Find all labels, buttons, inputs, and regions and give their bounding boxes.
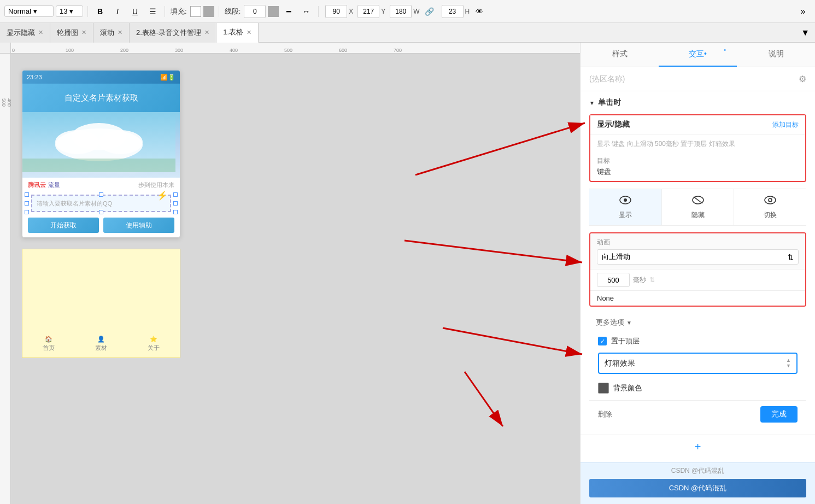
canvas-main[interactable]: 23:23 📶🔋 自定义名片素材获取 bbox=[11, 54, 580, 504]
tab-2-close[interactable]: ✕ bbox=[118, 29, 122, 36]
more-options[interactable]: 更多选项 ▼ bbox=[589, 313, 806, 332]
brand-blue: 流量 bbox=[48, 181, 60, 189]
lightbox-arrows[interactable]: ▲ ▼ bbox=[786, 358, 791, 368]
tab-3-close[interactable]: ✕ bbox=[204, 29, 209, 36]
tab-0[interactable]: 显示隐藏 ✕ bbox=[0, 23, 50, 43]
more-icon: » bbox=[801, 7, 806, 16]
animation-none-option[interactable]: None bbox=[590, 290, 805, 306]
ruler-300: 300 bbox=[175, 48, 183, 53]
main-layout: 0 100 200 300 400 500 600 700 200 300 40… bbox=[0, 43, 815, 504]
duration-unit: 毫秒 bbox=[633, 276, 646, 285]
person-label: 素材 bbox=[95, 344, 107, 352]
line-label: 线段: bbox=[225, 7, 241, 16]
phone-cloud-image bbox=[22, 112, 180, 178]
input-selection-area[interactable]: 请输入要获取名片素材的QQ ⚡ bbox=[27, 195, 175, 212]
animation-label: 动画 bbox=[597, 238, 799, 247]
tab-notes[interactable]: 说明 bbox=[737, 43, 815, 67]
italic-button[interactable]: I bbox=[110, 4, 125, 19]
tabs-bar: 显示隐藏 ✕ 轮播图 ✕ 滚动 ✕ 2.表格-录音文件管理 ✕ 1.表格 ✕ ▼ bbox=[0, 23, 815, 43]
duration-input[interactable] bbox=[597, 273, 630, 287]
font-size-select[interactable]: 13 ▾ bbox=[56, 5, 83, 17]
toplayer-checkbox[interactable]: ✓ bbox=[598, 337, 607, 345]
add-row[interactable]: + bbox=[581, 435, 815, 459]
use-button[interactable]: 使用辅助 bbox=[103, 218, 174, 233]
lightbox-up-icon: ▲ bbox=[786, 358, 791, 363]
y-input[interactable] bbox=[357, 5, 379, 18]
handle-tm[interactable] bbox=[99, 192, 103, 197]
handle-bm[interactable] bbox=[99, 210, 103, 214]
tab-2[interactable]: 滚动 ✕ bbox=[93, 23, 130, 43]
settings-icon[interactable]: ⚙ bbox=[799, 74, 806, 84]
fill-color-swatch[interactable] bbox=[190, 6, 201, 17]
animation-duration: 毫秒 ⇅ bbox=[590, 269, 805, 290]
tab-4-close[interactable]: ✕ bbox=[247, 29, 251, 36]
complete-button[interactable]: 完成 bbox=[760, 406, 798, 423]
handle-bl[interactable] bbox=[25, 210, 29, 214]
show-hide-box: 显示/隐藏 添加目标 显示 键盘 向上滑动 500毫秒 置于顶层 灯箱效果 目标… bbox=[589, 114, 806, 182]
tab-1-close[interactable]: ✕ bbox=[81, 29, 86, 36]
tab-3[interactable]: 2.表格-录音文件管理 ✕ bbox=[130, 23, 216, 43]
sticky-icon-star: ⭐ 关于 bbox=[148, 336, 160, 352]
tab-dropdown[interactable]: ▼ bbox=[795, 28, 815, 38]
action-row: 删除 完成 bbox=[589, 400, 806, 428]
star-label: 关于 bbox=[148, 344, 160, 352]
toggle-action[interactable]: 切换 bbox=[734, 189, 806, 225]
watermark-button[interactable]: CSDN @代码混乱 bbox=[589, 479, 806, 497]
y-coord-group: Y bbox=[357, 5, 385, 18]
show-action[interactable]: 显示 bbox=[589, 189, 662, 225]
h-input[interactable] bbox=[442, 5, 464, 18]
canvas-area: 0 100 200 300 400 500 600 700 200 300 40… bbox=[0, 43, 580, 504]
check-icon: ✓ bbox=[600, 338, 605, 345]
panel-content: (热区名称) ⚙ ▼ 单击时 显示/隐藏 添加目标 显示 键盘 向上滑动 500… bbox=[581, 67, 815, 462]
bg-color-swatch[interactable] bbox=[598, 383, 609, 394]
bold-button[interactable]: B bbox=[92, 4, 108, 19]
handle-mr[interactable] bbox=[173, 201, 178, 206]
handle-ml[interactable] bbox=[25, 201, 29, 206]
underline-button[interactable]: U bbox=[127, 4, 143, 19]
click-section: ▼ 单击时 显示/隐藏 添加目标 显示 键盘 向上滑动 500毫秒 置于顶层 灯… bbox=[581, 91, 815, 435]
tab-interact-label: 交互• bbox=[689, 49, 707, 58]
start-button[interactable]: 开始获取 bbox=[28, 218, 99, 233]
fill-color-swatch2[interactable] bbox=[203, 6, 214, 17]
handle-tl[interactable] bbox=[25, 192, 29, 197]
tab-interact[interactable]: 交互• bbox=[659, 43, 737, 67]
more-arrow-icon: ▼ bbox=[626, 320, 632, 326]
panel-tabs: 样式 交互• 说明 bbox=[581, 43, 815, 67]
add-target-button[interactable]: 添加目标 bbox=[772, 120, 799, 130]
phone-subtitle-area: 腾讯云 流量 步到使用本来 bbox=[22, 178, 180, 192]
h-label: H bbox=[465, 8, 470, 15]
line-color-swatch[interactable] bbox=[268, 6, 279, 17]
style-select[interactable]: Normal ▾ bbox=[4, 5, 54, 17]
tab-0-close[interactable]: ✕ bbox=[38, 29, 43, 36]
home-icon: 🏠 bbox=[45, 336, 52, 343]
divider-4 bbox=[318, 6, 319, 17]
lock-ratio-btn[interactable]: 🔗 bbox=[422, 4, 437, 19]
tab-4[interactable]: 1.表格 ✕ bbox=[216, 23, 259, 43]
handle-tr[interactable] bbox=[173, 192, 178, 197]
statusbar-time: 23:23 bbox=[27, 74, 42, 80]
more-btn[interactable]: » bbox=[795, 4, 811, 19]
lightbox-box[interactable]: 灯箱效果 ▲ ▼ bbox=[598, 353, 798, 374]
list-button[interactable]: ☰ bbox=[145, 4, 160, 19]
line-end-btn[interactable]: ↔ bbox=[298, 4, 314, 19]
x-input[interactable] bbox=[325, 5, 347, 18]
right-panel: 样式 交互• 说明 (热区名称) ⚙ ▼ 单击时 bbox=[580, 43, 815, 504]
toplayer-label: 置于顶层 bbox=[611, 336, 640, 346]
visibility-btn[interactable]: 👁 bbox=[472, 4, 487, 19]
w-input[interactable] bbox=[390, 5, 412, 18]
section-title: ▼ 单击时 bbox=[589, 98, 806, 108]
hide-action[interactable]: 隐藏 bbox=[662, 189, 735, 225]
lock-icon: 🔗 bbox=[425, 7, 434, 16]
phone-frame: 23:23 📶🔋 自定义名片素材获取 bbox=[22, 70, 180, 238]
handle-br[interactable] bbox=[173, 210, 178, 214]
line-input[interactable] bbox=[244, 5, 266, 18]
watermark: CSDN @代码混乱 CSDN @代码混乱 bbox=[581, 462, 815, 504]
tab-style[interactable]: 样式 bbox=[581, 43, 659, 67]
divider-2 bbox=[165, 6, 165, 17]
line-style-btn[interactable]: ━ bbox=[281, 4, 296, 19]
line-end-icon: ↔ bbox=[302, 7, 310, 16]
tab-1[interactable]: 轮播图 ✕ bbox=[50, 23, 93, 43]
animation-dropdown[interactable]: 向上滑动 ⇅ bbox=[597, 249, 799, 265]
delete-button[interactable]: 删除 bbox=[598, 409, 612, 419]
tab-style-label: 样式 bbox=[612, 49, 628, 58]
